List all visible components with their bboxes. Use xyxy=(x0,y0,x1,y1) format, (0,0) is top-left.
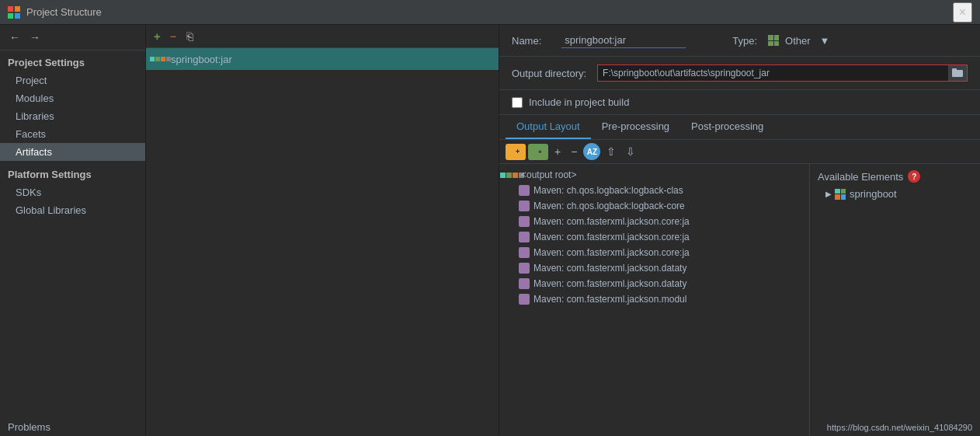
add-item-button[interactable]: + xyxy=(551,144,565,159)
svg-rect-5 xyxy=(952,68,957,71)
sidebar-item-global-libraries[interactable]: Global Libraries xyxy=(0,201,145,219)
name-label: Name: xyxy=(512,35,541,47)
svg-rect-10 xyxy=(532,146,537,148)
output-dir-input[interactable] xyxy=(598,65,948,81)
maven-lib-icon-2 xyxy=(518,215,530,228)
tree-item-label-1: Maven: ch.qos.logback:logback-core xyxy=(533,201,685,211)
maven-lib-icon-0 xyxy=(518,184,530,197)
svg-text:+: + xyxy=(538,148,542,155)
content-split: <output root> Maven: ch.qos.logback:logb… xyxy=(499,164,980,436)
artifact-name-type-row: Name: Type: Other ▼ xyxy=(499,25,980,57)
svg-text:+: + xyxy=(516,148,520,155)
output-root-label: <output root> xyxy=(521,169,576,180)
maven-lib-icon-7 xyxy=(518,293,530,305)
app-icon xyxy=(8,6,20,19)
maven-lib-icon-5 xyxy=(518,262,530,274)
title-bar: Project Structure × xyxy=(0,0,980,25)
add-artifact-button[interactable]: + xyxy=(151,28,164,44)
tab-post-processing[interactable]: Post-processing xyxy=(680,115,774,139)
remove-artifact-button[interactable]: − xyxy=(167,28,180,44)
svg-rect-3 xyxy=(15,13,20,19)
project-settings-label: Project Settings xyxy=(0,51,145,72)
type-area: Type: Other ▼ xyxy=(732,35,829,47)
tree-item-3[interactable]: Maven: com.fasterxml.jackson.core:ja xyxy=(499,229,809,245)
output-tree[interactable]: <output root> Maven: ch.qos.logback:logb… xyxy=(499,164,809,436)
artifact-list-panel: + − ⎗ springboot:jar xyxy=(146,25,499,436)
output-dir-label: Output directory: xyxy=(512,68,586,79)
available-elements-header: Available Elements ? xyxy=(810,167,980,186)
remove-item-button[interactable]: − xyxy=(567,144,581,159)
artifact-jar-icon xyxy=(154,53,166,65)
sidebar-nav: ← → xyxy=(0,25,145,51)
tree-item-label-4: Maven: com.fasterxml.jackson.core:ja xyxy=(533,247,690,258)
sidebar-item-libraries[interactable]: Libraries xyxy=(0,107,145,125)
svg-rect-0 xyxy=(8,6,13,12)
output-layout-toolbar: + + + − AZ ⇧ ⇩ xyxy=(499,140,980,164)
tree-item-label-7: Maven: com.fasterxml.jackson.modul xyxy=(533,294,686,305)
type-icon xyxy=(768,35,779,46)
move-down-button[interactable]: ⇩ xyxy=(622,144,639,159)
springboot-module-icon xyxy=(835,189,846,200)
tab-output-layout[interactable]: Output Layout xyxy=(506,115,591,139)
tree-item-6[interactable]: Maven: com.fasterxml.jackson.dataty xyxy=(499,276,809,291)
browse-dir-button[interactable] xyxy=(948,65,967,81)
window-title: Project Structure xyxy=(26,6,953,18)
sidebar-item-facets[interactable]: Facets xyxy=(0,125,145,143)
sidebar-item-sdks[interactable]: SDKs xyxy=(0,183,145,201)
type-value: Other xyxy=(785,35,811,47)
maven-lib-icon-6 xyxy=(518,277,530,290)
include-row: Include in project build xyxy=(499,90,980,115)
type-dropdown-arrow[interactable]: ▼ xyxy=(820,35,830,47)
sidebar-item-artifacts[interactable]: Artifacts xyxy=(0,143,145,161)
output-dir-row: Output directory: xyxy=(499,57,980,90)
add-folder-button[interactable]: + xyxy=(506,144,526,160)
output-root-icon xyxy=(506,169,518,181)
maven-lib-icon-1 xyxy=(518,200,530,212)
main-layout: ← → Project Settings Project Modules Lib… xyxy=(0,25,980,436)
tree-item-label-0: Maven: ch.qos.logback:logback-clas xyxy=(533,185,683,196)
close-button[interactable]: × xyxy=(953,2,972,23)
tree-item-1[interactable]: Maven: ch.qos.logback:logback-core xyxy=(499,198,809,214)
tree-item-7[interactable]: Maven: com.fasterxml.jackson.modul xyxy=(499,291,809,307)
svg-rect-4 xyxy=(952,70,963,77)
sidebar-item-problems[interactable]: Problems xyxy=(0,415,145,436)
tree-item-label-5: Maven: com.fasterxml.jackson.dataty xyxy=(533,263,686,274)
sidebar-item-project[interactable]: Project xyxy=(0,72,145,89)
copy-artifact-button[interactable]: ⎗ xyxy=(183,28,196,44)
available-item-springboot[interactable]: ▶ springboot xyxy=(810,186,980,202)
move-up-button[interactable]: ⇧ xyxy=(603,144,620,159)
available-elements-label: Available Elements xyxy=(818,171,903,183)
add-lib-button[interactable]: + xyxy=(528,144,548,160)
tree-item-label-6: Maven: com.fasterxml.jackson.dataty xyxy=(533,278,686,289)
available-item-label: springboot xyxy=(850,188,897,200)
artifact-name: springboot:jar xyxy=(171,54,232,65)
expand-arrow-icon: ▶ xyxy=(825,190,832,198)
output-root-item[interactable]: <output root> xyxy=(499,167,809,183)
name-input[interactable] xyxy=(561,33,686,48)
status-url: https://blog.csdn.net/weixin_41084290 xyxy=(827,423,972,432)
sort-az-button[interactable]: AZ xyxy=(583,143,600,160)
tree-item-5[interactable]: Maven: com.fasterxml.jackson.dataty xyxy=(499,260,809,276)
available-elements-panel: Available Elements ? ▶ springboot xyxy=(809,164,980,436)
svg-rect-1 xyxy=(15,6,20,12)
tree-item-0[interactable]: Maven: ch.qos.logback:logback-clas xyxy=(499,183,809,198)
back-button[interactable]: ← xyxy=(6,30,23,45)
svg-rect-2 xyxy=(8,13,13,19)
status-bar: https://blog.csdn.net/weixin_41084290 xyxy=(819,419,980,436)
help-icon[interactable]: ? xyxy=(908,170,920,183)
output-dir-wrapper xyxy=(597,65,968,82)
tab-pre-processing[interactable]: Pre-processing xyxy=(591,115,680,139)
include-checkbox[interactable] xyxy=(512,97,523,108)
tabs-row: Output Layout Pre-processing Post-proces… xyxy=(499,115,980,140)
tree-item-2[interactable]: Maven: com.fasterxml.jackson.core:ja xyxy=(499,214,809,229)
tree-item-4[interactable]: Maven: com.fasterxml.jackson.core:ja xyxy=(499,245,809,260)
tree-item-label-3: Maven: com.fasterxml.jackson.core:ja xyxy=(533,232,690,242)
sidebar: ← → Project Settings Project Modules Lib… xyxy=(0,25,146,436)
sidebar-item-modules[interactable]: Modules xyxy=(0,89,145,107)
artifact-item-springboot[interactable]: springboot:jar xyxy=(146,48,499,70)
forward-button[interactable]: → xyxy=(26,30,43,45)
include-label: Include in project build xyxy=(529,96,629,108)
type-label: Type: xyxy=(732,35,757,47)
maven-lib-icon-4 xyxy=(518,246,530,259)
maven-lib-icon-3 xyxy=(518,231,530,243)
